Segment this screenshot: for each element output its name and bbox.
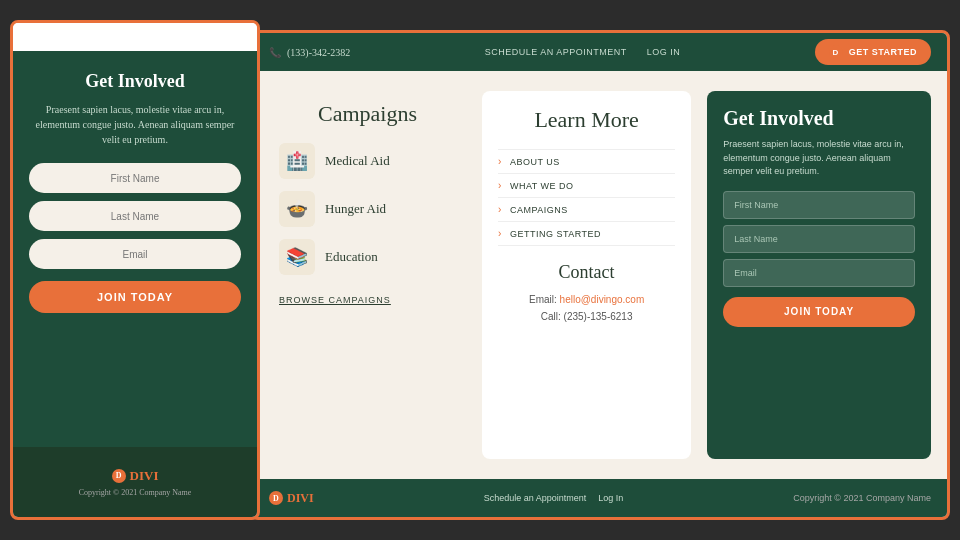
mobile-last-name-input[interactable] [29,201,241,231]
desktop-body: Campaigns 🏥 Medical Aid 🍲 Hunger Aid 📚 E… [253,71,947,479]
learn-links-list: › ABOUT US › WHAT WE DO › CAMPAIGNS › GE… [498,149,675,246]
mobile-join-button[interactable]: JOIN TODAY [29,281,241,313]
desktop-footer: D DIVI Schedule an Appointment Log In Co… [253,479,947,517]
header-nav: SCHEDULE AN APPOINTMENT LOG IN [350,47,814,57]
chevron-icon: › [498,204,502,215]
learn-link-about[interactable]: › ABOUT US [498,149,675,173]
hunger-aid-icon: 🍲 [279,191,315,227]
contact-title: Contact [498,262,675,283]
header-login-link[interactable]: LOG IN [647,47,681,57]
medical-aid-icon: 🏥 [279,143,315,179]
hunger-aid-label: Hunger Aid [325,201,386,217]
learn-more-column: Learn More › ABOUT US › WHAT WE DO › CAM… [482,91,691,459]
header-phone: 📞 (133)-342-2382 [269,47,350,58]
campaigns-column: Campaigns 🏥 Medical Aid 🍲 Hunger Aid 📚 E… [269,91,466,459]
footer-nav: Schedule an Appointment Log In [314,493,794,503]
contact-call: Call: (235)-135-6213 [498,308,675,325]
mobile-first-name-input[interactable] [29,163,241,193]
contact-section: Contact Email: hello@divingo.com Call: (… [498,262,675,325]
mobile-content: Get Involved Praesent sapien lacus, mole… [13,51,257,447]
gi-email-input[interactable] [723,259,915,287]
get-involved-column: Get Involved Praesent sapien lacus, mole… [707,91,931,459]
gi-last-name-input[interactable] [723,225,915,253]
header-schedule-link[interactable]: SCHEDULE AN APPOINTMENT [485,47,627,57]
chevron-icon: › [498,228,502,239]
footer-copyright: Copyright © 2021 Company Name [793,493,931,503]
education-label: Education [325,249,378,265]
contact-email-link[interactable]: hello@divingo.com [560,294,645,305]
browse-campaigns-link[interactable]: BROWSE CAMPAIGNS [279,295,391,305]
mobile-get-involved-title: Get Involved [85,71,185,92]
learn-link-getting-started[interactable]: › GETTING STARTED [498,221,675,246]
mobile-email-input[interactable] [29,239,241,269]
desktop-header: 📞 (133)-342-2382 SCHEDULE AN APPOINTMENT… [253,33,947,71]
footer-logo-icon: D [269,491,283,505]
mobile-footer-logo: D DIVI [112,468,159,484]
medical-aid-label: Medical Aid [325,153,390,169]
mobile-description: Praesent sapien lacus, molestie vitae ar… [29,102,241,147]
learn-more-title: Learn More [498,107,675,133]
chevron-icon: › [498,156,502,167]
mobile-preview: Get Involved Praesent sapien lacus, mole… [10,20,260,520]
divi-logo-icon: D [112,469,126,483]
get-involved-title: Get Involved [723,107,915,130]
header-get-started-button[interactable]: D GET STARTED [815,39,931,65]
header-logo-icon: D [829,45,843,59]
campaign-medical-aid: 🏥 Medical Aid [279,143,456,179]
mobile-footer: D DIVI Copyright © 2021 Company Name [13,447,257,517]
campaign-education: 📚 Education [279,239,456,275]
learn-link-whatwedo[interactable]: › WHAT WE DO [498,173,675,197]
footer-schedule-link[interactable]: Schedule an Appointment [484,493,587,503]
footer-logo: D DIVI [269,491,314,506]
gi-join-button[interactable]: JOIN TODAY [723,297,915,327]
get-involved-description: Praesent sapien lacus, molestie vitae ar… [723,138,915,179]
footer-login-link[interactable]: Log In [598,493,623,503]
contact-email: Email: hello@divingo.com [498,291,675,308]
education-icon: 📚 [279,239,315,275]
campaign-hunger-aid: 🍲 Hunger Aid [279,191,456,227]
chevron-icon: › [498,180,502,191]
learn-link-campaigns[interactable]: › CAMPAIGNS [498,197,675,221]
desktop-preview: 📞 (133)-342-2382 SCHEDULE AN APPOINTMENT… [250,30,950,520]
mobile-footer-copy: Copyright © 2021 Company Name [79,488,192,497]
phone-icon: 📞 [269,47,281,58]
mobile-top-bar [13,23,257,51]
campaigns-title: Campaigns [279,101,456,127]
gi-first-name-input[interactable] [723,191,915,219]
